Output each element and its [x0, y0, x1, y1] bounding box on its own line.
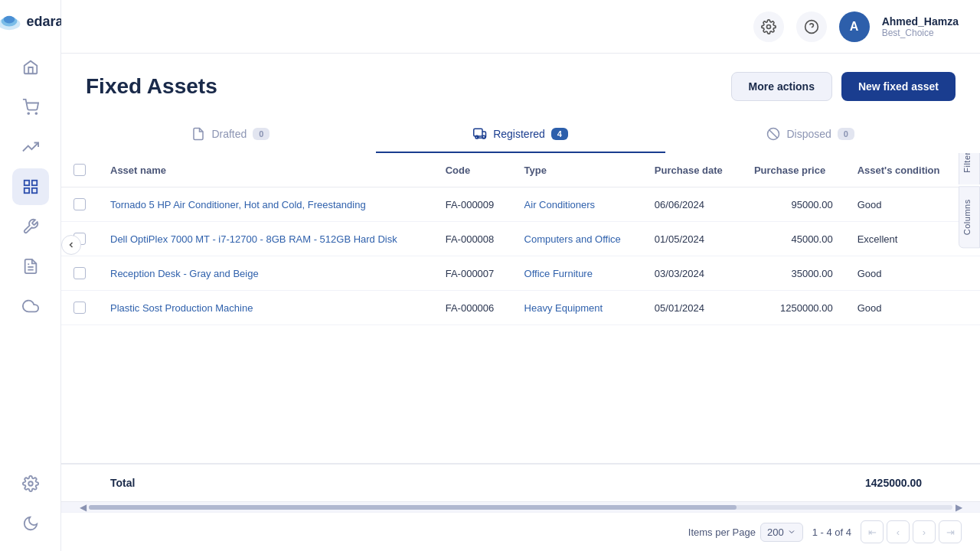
scrollbar-thumb[interactable]	[89, 505, 737, 510]
row-checkbox-cell	[61, 256, 98, 291]
sidebar-item-home[interactable]	[12, 49, 49, 86]
row-checkbox-3[interactable]	[74, 302, 86, 314]
pagination-row: Items per Page 200 1 - 4 of 4 ⇤ ‹ › ⇥	[61, 512, 980, 551]
sidebar-item-analytics[interactable]	[12, 129, 49, 165]
tab-registered-badge: 4	[551, 128, 568, 140]
page-info: 1 - 4 of 4	[812, 527, 851, 538]
columns-button[interactable]: Columns	[959, 187, 980, 249]
svg-point-12	[766, 24, 770, 28]
row-code-3: FA-000006	[433, 291, 512, 325]
sidebar-item-reports[interactable]	[12, 168, 49, 205]
user-info: Ahmed_Hamza Best_Choice	[882, 15, 959, 38]
content-area: Fixed Assets More actions New fixed asse…	[61, 54, 980, 551]
row-checkbox-cell	[61, 291, 98, 325]
items-per-page-label: Items per Page	[688, 527, 756, 538]
row-purchase-date-1: 01/05/2024	[642, 222, 742, 256]
filters-button[interactable]: Filters	[959, 153, 980, 185]
svg-rect-15	[474, 129, 482, 136]
asset-link-0[interactable]: Tornado 5 HP Air Conditioner, Hot and Co…	[110, 199, 366, 210]
row-condition-3: Good	[845, 291, 980, 325]
type-link-2[interactable]: Office Furniture	[524, 268, 593, 279]
row-type-1: Computers and Office	[512, 222, 642, 256]
svg-rect-6	[31, 181, 36, 185]
more-actions-button[interactable]: More actions	[731, 72, 832, 101]
sidebar-item-settings[interactable]	[12, 465, 49, 502]
last-page-btn[interactable]: ⇥	[939, 520, 962, 543]
scroll-left-arrow[interactable]: ◀	[77, 501, 89, 513]
row-code-2: FA-000007	[433, 256, 512, 291]
row-purchase-date-2: 03/03/2024	[642, 256, 742, 291]
next-page-btn[interactable]: ›	[913, 520, 936, 543]
per-page-select[interactable]: 200	[760, 523, 803, 542]
total-value: 1425000.00	[853, 477, 968, 489]
drafted-icon	[191, 127, 205, 141]
svg-rect-7	[24, 188, 28, 193]
total-label: Total	[74, 477, 853, 489]
sidebar-item-cloud[interactable]	[12, 288, 49, 324]
total-row: Total 1425000.00	[61, 463, 980, 501]
tab-drafted-badge: 0	[253, 128, 270, 140]
app-logo: edara	[0, 9, 70, 34]
tab-disposed[interactable]: Disposed 0	[665, 116, 956, 153]
tabs: Drafted 0 Registered 4 Disposed 0	[86, 116, 956, 153]
header-checkbox-col	[61, 153, 98, 187]
row-asset-name-3: Plastic Sost Production Machine	[98, 291, 433, 325]
header-type: Type	[512, 153, 642, 187]
page-navigation: ⇤ ‹ › ⇥	[861, 520, 962, 543]
sidebar-item-shopping[interactable]	[12, 89, 49, 126]
asset-link-3[interactable]: Plastic Sost Production Machine	[110, 302, 253, 314]
topbar: A Ahmed_Hamza Best_Choice	[61, 0, 980, 54]
logo-icon	[0, 9, 21, 34]
asset-link-1[interactable]: Dell OptiPlex 7000 MT - i7-12700 - 8GB R…	[110, 233, 397, 245]
row-purchase-price-1: 45000.00	[742, 222, 845, 256]
svg-rect-8	[31, 188, 36, 193]
select-all-checkbox[interactable]	[74, 164, 86, 176]
row-checkbox-2[interactable]	[74, 267, 86, 279]
collapse-toggle[interactable]	[61, 235, 81, 255]
row-checkbox-cell	[61, 187, 98, 222]
row-asset-name-0: Tornado 5 HP Air Conditioner, Hot and Co…	[98, 187, 433, 222]
tab-drafted[interactable]: Drafted 0	[86, 116, 376, 153]
settings-icon-btn[interactable]	[753, 11, 784, 42]
type-link-3[interactable]: Heavy Equipment	[524, 302, 603, 314]
row-purchase-date-3: 05/01/2024	[642, 291, 742, 325]
scrollbar-track[interactable]	[89, 505, 952, 510]
scroll-right-arrow[interactable]: ▶	[952, 501, 965, 513]
row-purchase-price-2: 35000.00	[742, 256, 845, 291]
table-area: Asset name Code Type Purchase date Purch…	[61, 153, 980, 512]
header-asset-name: Asset name	[98, 153, 433, 187]
items-per-page: Items per Page 200	[688, 523, 803, 542]
sidebar-item-dark-mode[interactable]	[12, 505, 49, 542]
tab-disposed-badge: 0	[838, 128, 854, 140]
svg-point-2	[4, 16, 15, 24]
registered-icon	[473, 127, 487, 141]
row-checkbox-0[interactable]	[74, 198, 86, 210]
filters-label: Filters	[962, 153, 972, 173]
row-asset-name-2: Reception Desk - Gray and Beige	[98, 256, 433, 291]
columns-label: Columns	[962, 200, 972, 236]
row-code-1: FA-000008	[433, 222, 512, 256]
scrollbar[interactable]: ◀ ▶	[61, 501, 980, 512]
sidebar-item-tools[interactable]	[12, 208, 49, 245]
avatar[interactable]: A	[839, 11, 870, 42]
sidebar-item-documents[interactable]	[12, 248, 49, 285]
asset-link-2[interactable]: Reception Desk - Gray and Beige	[110, 268, 259, 279]
row-type-3: Heavy Equipment	[512, 291, 642, 325]
row-purchase-date-0: 06/06/2024	[642, 187, 742, 222]
svg-point-3	[28, 112, 29, 114]
tab-drafted-label: Drafted	[211, 128, 247, 140]
table-row: Reception Desk - Gray and Beige FA-00000…	[61, 256, 980, 291]
type-link-1[interactable]: Computers and Office	[524, 233, 621, 245]
main-area: A Ahmed_Hamza Best_Choice Fixed Assets M…	[61, 0, 980, 551]
type-link-0[interactable]: Air Conditioners	[524, 199, 596, 210]
prev-page-btn[interactable]: ‹	[887, 520, 910, 543]
tab-registered[interactable]: Registered 4	[376, 116, 666, 153]
row-type-2: Office Furniture	[512, 256, 642, 291]
help-icon-btn[interactable]	[796, 11, 827, 42]
new-fixed-asset-button[interactable]: New fixed asset	[841, 72, 956, 101]
disposed-icon	[766, 127, 780, 141]
first-page-btn[interactable]: ⇤	[861, 520, 884, 543]
tab-registered-label: Registered	[493, 128, 545, 140]
company-name: Best_Choice	[882, 28, 959, 38]
per-page-value: 200	[767, 527, 784, 538]
